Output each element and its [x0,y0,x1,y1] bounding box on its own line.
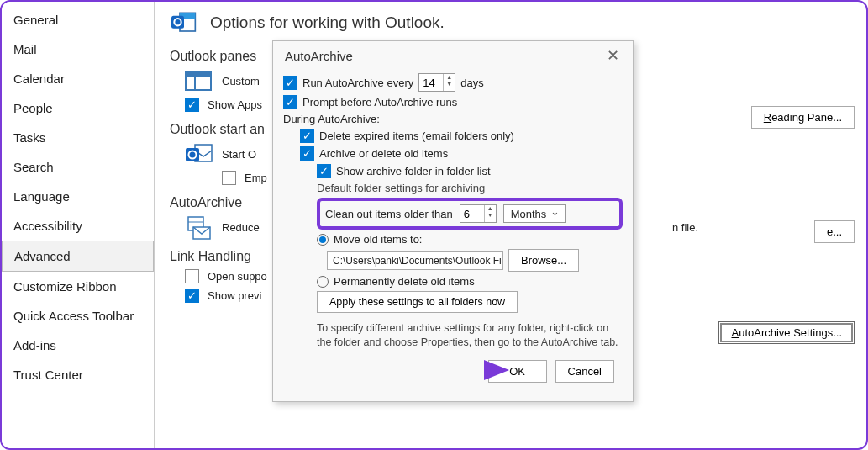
show-prev-label: Show previ [208,289,261,302]
start-trailing-button[interactable]: e... [814,220,855,243]
reduce-label: Reduce [222,221,260,234]
sidebar-item-general[interactable]: General [2,5,154,34]
autoarchive-dialog: AutoArchive ✕ ✓ Run AutoArchive every ▲▼… [272,40,634,402]
perm-delete-label: Permanently delete old items [334,275,475,288]
delete-expired-label: Delete expired items (email folders only… [319,130,514,142]
page-title: Options for working with Outlook. [210,13,445,32]
start-o-label: Start O [222,148,256,161]
clean-out-input[interactable] [460,205,484,222]
sidebar-item-customize-ribbon[interactable]: Customize Ribbon [2,272,154,301]
sidebar-item-advanced[interactable]: Advanced [2,241,154,272]
move-old-label: Move old items to: [334,233,423,246]
days-label: days [460,77,483,89]
show-prev-checkbox[interactable]: ✓ [185,289,199,303]
dialog-title: AutoArchive [285,49,353,63]
clean-out-label: Clean out items older than [325,208,453,220]
browse-button[interactable]: Browse... [508,249,579,272]
sidebar-item-calendar[interactable]: Calendar [2,64,154,93]
run-days-input[interactable] [419,74,443,91]
spin-down-icon[interactable]: ▼ [444,81,455,87]
archive-delete-checkbox[interactable]: ✓ [300,146,314,161]
sidebar-item-language[interactable]: Language [2,182,154,211]
show-archive-folder-checkbox[interactable]: ✓ [317,164,331,178]
nfile-label: n file. [672,221,698,234]
run-days-spinner[interactable]: ▲▼ [418,73,455,92]
sidebar-item-people[interactable]: People [2,93,154,123]
spin-up-icon[interactable]: ▲ [485,205,496,212]
close-icon[interactable]: ✕ [602,46,624,65]
reading-pane-button[interactable]: Reading Pane... [751,106,855,129]
clean-out-highlight: Clean out items older than ▲▼ Months [317,198,623,230]
open-supp-checkbox[interactable] [185,269,199,283]
apply-all-button[interactable]: Apply these settings to all folders now [317,291,518,313]
emp-label: Emp [245,172,267,184]
autoarchive-icon [185,215,213,239]
prompt-label: Prompt before AutoArchive runs [302,96,457,109]
custom-label: Custom [222,75,260,87]
delete-expired-checkbox[interactable]: ✓ [300,129,314,143]
open-supp-label: Open suppo [208,270,267,283]
perm-delete-radio[interactable] [317,276,329,288]
sidebar-item-tasks[interactable]: Tasks [2,123,154,152]
during-label: During AutoArchive: [283,113,380,125]
start-outlook-icon [185,142,213,166]
run-every-checkbox[interactable]: ✓ [283,76,297,90]
sidebar: General Mail Calendar People Tasks Searc… [2,2,155,448]
show-apps-checkbox[interactable]: ✓ [185,98,199,112]
panes-icon [185,69,213,93]
outlook-icon [170,10,198,35]
spin-down-icon[interactable]: ▼ [485,212,496,219]
prompt-checkbox[interactable]: ✓ [283,95,297,109]
cancel-button[interactable]: Cancel [555,360,614,383]
show-archive-folder-label: Show archive folder in folder list [336,165,491,177]
svg-rect-2 [171,16,184,29]
sidebar-item-search[interactable]: Search [2,152,154,182]
default-settings-label: Default folder settings for archiving [317,182,485,194]
dialog-note: To specify different archive settings fo… [317,321,623,350]
annotation-arrow-icon [345,355,513,388]
sidebar-item-addins[interactable]: Add-ins [2,331,154,360]
show-apps-label: Show Apps [208,98,262,111]
sidebar-item-quick-access[interactable]: Quick Access Toolbar [2,301,154,331]
sidebar-item-mail[interactable]: Mail [2,34,154,64]
svg-rect-8 [186,148,199,161]
emp-checkbox[interactable] [222,171,236,185]
run-every-label: Run AutoArchive every [302,77,413,89]
autoarchive-settings-button[interactable]: AutoArchive Settings... [718,321,855,344]
spin-up-icon[interactable]: ▲ [444,74,455,81]
svg-rect-5 [186,71,211,77]
move-old-radio[interactable] [317,234,329,246]
clean-out-unit-select[interactable]: Months [503,204,566,223]
clean-out-spinner[interactable]: ▲▼ [460,204,497,223]
archive-delete-label: Archive or delete old items [319,147,448,160]
sidebar-item-trust-center[interactable]: Trust Center [2,360,154,389]
move-path-input[interactable]: C:\Users\panki\Documents\Outlook Fi [327,251,503,270]
sidebar-item-accessibility[interactable]: Accessibility [2,211,154,241]
